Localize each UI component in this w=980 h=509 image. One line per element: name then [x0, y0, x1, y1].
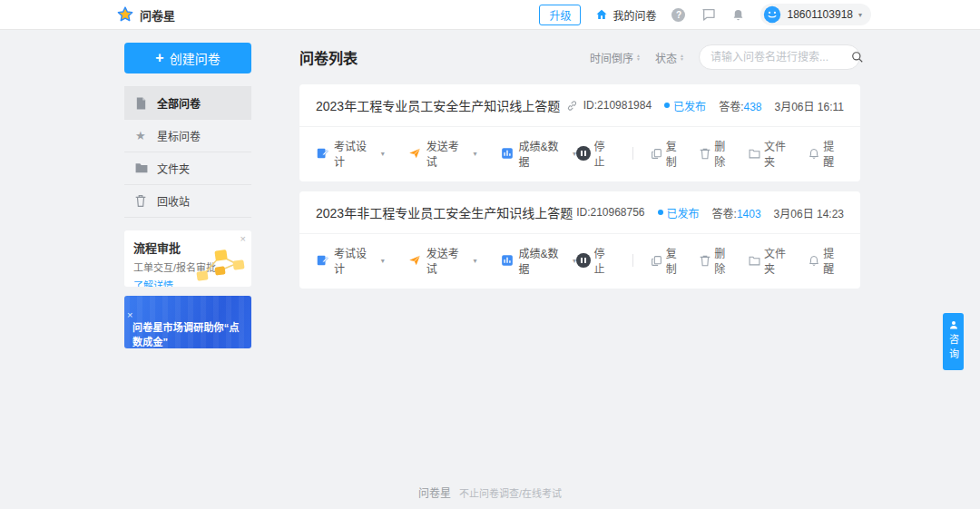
paper-plane-icon [408, 254, 421, 267]
bell-icon [808, 255, 819, 267]
account-phone: 18601103918 [787, 8, 853, 21]
survey-title[interactable]: 2023年工程专业员工安全生产知识线上答题 [316, 96, 578, 114]
create-survey-button[interactable]: + 创建问卷 [124, 43, 251, 73]
stop-button[interactable]: 停止 [576, 138, 615, 169]
message-icon[interactable] [701, 7, 716, 23]
top-bar: 问卷星 升级 我的问卷 ? 18601103918 [0, 0, 980, 30]
primary-actions: 考试设计 ▾ 发送考试 ▾ 成绩&数据 [316, 245, 576, 276]
survey-card-header: 2023年工程专业员工安全生产知识线上答题 ID:210981984 已发布 答… [299, 84, 860, 127]
folder-icon [135, 162, 148, 175]
plus-icon: + [155, 51, 163, 65]
stop-button[interactable]: 停止 [576, 245, 615, 276]
sidebar-item-starred[interactable]: ★ 星标问卷 [124, 120, 251, 152]
logo-text: 问卷星 [140, 6, 175, 24]
status-badge: 已发布 [664, 98, 706, 113]
send-exam-button[interactable]: 发送考试 ▾ [408, 245, 477, 276]
folder-icon [749, 256, 760, 266]
exam-design-button[interactable]: 考试设计 ▾ [316, 245, 385, 276]
create-survey-label: 创建问卷 [170, 49, 220, 67]
remind-button[interactable]: 提醒 [808, 245, 844, 276]
delete-button[interactable]: 删除 [700, 245, 735, 276]
chevron-down-icon: ▾ [381, 257, 385, 265]
survey-title[interactable]: 2023年非工程专业员工安全生产知识线上答题 [316, 203, 573, 221]
trash-icon [700, 255, 710, 267]
upgrade-button[interactable]: 升级 [539, 5, 581, 25]
folder-icon [749, 149, 760, 159]
exam-design-icon [316, 254, 328, 267]
status-dot-icon [658, 210, 663, 215]
top-bar-right: 升级 我的问卷 ? 18601103918 ▾ [539, 4, 871, 25]
send-exam-button[interactable]: 发送考试 ▾ [408, 138, 477, 169]
secondary-actions: 停止 复制 删除 [576, 138, 844, 169]
copy-button[interactable]: 复制 [651, 245, 687, 276]
consult-person-icon [948, 319, 959, 330]
survey-card: 2023年非工程专业员工安全生产知识线上答题 ID:210968756 已发布 … [299, 191, 860, 289]
delete-button[interactable]: 删除 [700, 138, 735, 169]
page-content: + 创建问卷 全部问卷 ★ 星标问卷 文件夹 [0, 30, 980, 348]
secondary-actions: 停止 复制 删除 [576, 245, 844, 276]
answers-label: 答卷: [719, 101, 743, 113]
exam-design-button[interactable]: 考试设计 ▾ [316, 138, 385, 169]
avatar [763, 5, 781, 24]
sidebar-item-label: 星标问卷 [157, 128, 201, 143]
sidebar-item-folders[interactable]: 文件夹 [124, 152, 251, 185]
bell-icon [808, 148, 819, 160]
sort-arrows-icon: ▲▼ [636, 54, 641, 61]
copy-button[interactable]: 复制 [651, 138, 687, 169]
sidebar-item-all-surveys[interactable]: 全部问卷 [124, 87, 251, 120]
survey-search [699, 44, 860, 70]
search-icon[interactable] [851, 51, 864, 64]
survey-list-panel: 问卷列表 时间倒序 ▲▼ 状态 ▲▼ [299, 43, 860, 348]
results-data-button[interactable]: 成绩&数据 ▾ [501, 138, 577, 169]
move-to-folder-button[interactable]: 文件夹 [749, 245, 795, 276]
sort-by-status[interactable]: 状态 ▲▼ [655, 50, 684, 65]
trash-icon [135, 195, 148, 208]
promo-title: 问卷星市场调研助你“点数成金” [132, 319, 243, 348]
sidebar-item-label: 全部问卷 [157, 95, 201, 111]
sidebar-item-label: 文件夹 [157, 161, 190, 176]
sort-by-status-label: 状态 [655, 50, 677, 65]
chart-icon [501, 147, 514, 160]
app-logo[interactable]: 问卷星 [116, 5, 175, 24]
close-icon[interactable]: × [127, 309, 132, 320]
survey-card-header: 2023年非工程专业员工安全生产知识线上答题 ID:210968756 已发布 … [299, 191, 860, 234]
list-controls: 时间倒序 ▲▼ 状态 ▲▼ [590, 44, 860, 70]
sort-arrows-icon: ▲▼ [680, 54, 684, 61]
remind-button[interactable]: 提醒 [808, 138, 844, 169]
page-title: 问卷列表 [299, 46, 358, 68]
exam-design-icon [316, 147, 328, 160]
answers-count: 答卷:1403 [712, 205, 761, 220]
help-icon[interactable]: ? [671, 7, 686, 23]
chevron-down-icon: ▾ [474, 257, 477, 265]
my-surveys-label: 我的问卷 [612, 7, 656, 23]
chevron-down-icon: ▾ [858, 11, 862, 19]
chevron-down-icon: ▾ [474, 150, 477, 158]
move-to-folder-button[interactable]: 文件夹 [749, 138, 795, 169]
promo-card-approval[interactable]: × 流程审批 工单交互/报名审批 了解详情 [124, 230, 251, 287]
notification-bell-icon[interactable] [730, 7, 746, 23]
answers-value[interactable]: 438 [743, 101, 761, 113]
promo-card-market-research[interactable]: × 问卷星市场调研助你“点数成金” 热力图/MaxDiff/联合分析/产品概念测… [124, 296, 251, 348]
survey-meta: ID:210968756 已发布 答卷:1403 3月06日 14:23 [576, 205, 844, 220]
search-input[interactable] [710, 51, 851, 64]
my-surveys-link[interactable]: 我的问卷 [595, 7, 656, 23]
results-data-button[interactable]: 成绩&数据 ▾ [501, 245, 577, 276]
user-account-menu[interactable]: 18601103918 ▾ [760, 4, 871, 25]
link-icon[interactable] [566, 100, 578, 112]
status-badge: 已发布 [658, 205, 700, 220]
footer-tagline: 不止问卷调查/在线考试 [459, 485, 562, 500]
sidebar-item-trash[interactable]: 回收站 [124, 185, 251, 218]
chart-icon [501, 254, 514, 267]
consult-floating-button[interactable]: 咨询 [943, 313, 964, 370]
star-logo-icon [116, 5, 134, 24]
survey-id: ID:210968756 [576, 206, 644, 219]
star-icon: ★ [135, 130, 148, 142]
answers-value[interactable]: 1403 [737, 208, 761, 220]
survey-card-actions: 考试设计 ▾ 发送考试 ▾ 成绩&数据 [299, 127, 860, 181]
list-header: 问卷列表 时间倒序 ▲▼ 状态 ▲▼ [299, 44, 860, 70]
sort-by-time[interactable]: 时间倒序 ▲▼ [590, 50, 641, 65]
document-icon [135, 97, 148, 110]
survey-meta: ID:210981984 已发布 答卷:438 3月06日 16:11 [583, 98, 844, 113]
paper-plane-icon [408, 147, 421, 160]
sort-by-time-label: 时间倒序 [590, 50, 633, 65]
